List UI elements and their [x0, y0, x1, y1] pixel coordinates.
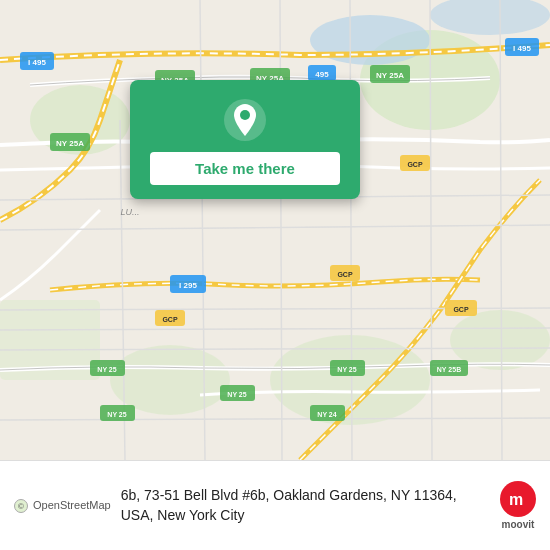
location-pin-icon [223, 98, 267, 142]
map-card: Take me there [130, 80, 360, 199]
svg-text:I 495: I 495 [28, 58, 46, 67]
svg-text:NY 25: NY 25 [227, 391, 246, 398]
svg-text:GCP: GCP [337, 271, 353, 278]
svg-text:LU...: LU... [120, 207, 139, 217]
svg-text:GCP: GCP [162, 316, 178, 323]
moovit-logo: m moovit [500, 481, 536, 530]
svg-text:I 295: I 295 [179, 281, 197, 290]
svg-text:GCP: GCP [407, 161, 423, 168]
osm-attribution: © OpenStreetMap [14, 499, 111, 513]
svg-text:NY 25: NY 25 [107, 411, 126, 418]
svg-text:m: m [509, 491, 523, 508]
map-svg: NY 25A NY 25A NY 25A I 495 I 495 NY 25A … [0, 0, 550, 460]
svg-text:NY 25: NY 25 [337, 366, 356, 373]
svg-text:I 495: I 495 [513, 44, 531, 53]
svg-text:NY 25A: NY 25A [56, 139, 84, 148]
bottom-bar: © OpenStreetMap 6b, 73-51 Bell Blvd #6b,… [0, 460, 550, 550]
moovit-text: moovit [502, 519, 535, 530]
address-text: 6b, 73-51 Bell Blvd #6b, Oakland Gardens… [121, 486, 490, 525]
svg-text:NY 25: NY 25 [97, 366, 116, 373]
moovit-icon: m [500, 481, 536, 517]
osm-text: OpenStreetMap [33, 499, 111, 511]
svg-text:NY 25B: NY 25B [437, 366, 461, 373]
svg-text:GCP: GCP [453, 306, 469, 313]
take-me-there-button[interactable]: Take me there [150, 152, 340, 185]
svg-point-4 [110, 345, 230, 415]
osm-icon: © [14, 499, 28, 513]
svg-point-61 [240, 110, 250, 120]
svg-text:NY 25A: NY 25A [376, 71, 404, 80]
map-container: NY 25A NY 25A NY 25A I 495 I 495 NY 25A … [0, 0, 550, 460]
svg-text:495: 495 [315, 70, 329, 79]
svg-text:NY 24: NY 24 [317, 411, 336, 418]
